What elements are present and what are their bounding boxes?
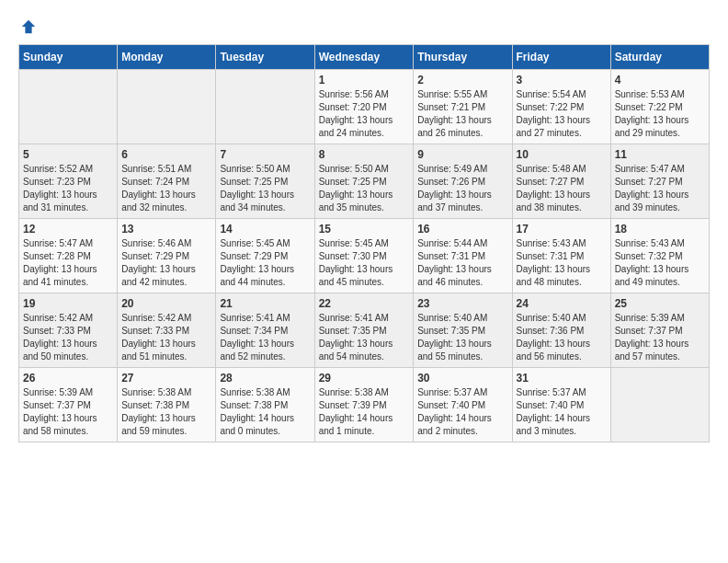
day-info: Sunrise: 5:42 AM Sunset: 7:33 PM Dayligh… (23, 312, 113, 363)
day-info: Sunrise: 5:56 AM Sunset: 7:20 PM Dayligh… (319, 88, 410, 140)
calendar-header-row: SundayMondayTuesdayWednesdayThursdayFrid… (19, 45, 710, 70)
calendar-cell: 10Sunrise: 5:48 AM Sunset: 7:27 PM Dayli… (512, 144, 610, 219)
day-number: 4 (615, 74, 705, 86)
day-info: Sunrise: 5:52 AM Sunset: 7:23 PM Dayligh… (23, 163, 113, 214)
day-number: 7 (220, 148, 310, 161)
calendar-header-friday: Friday (512, 45, 610, 70)
calendar-cell: 31Sunrise: 5:37 AM Sunset: 7:40 PM Dayli… (512, 368, 610, 442)
day-info: Sunrise: 5:40 AM Sunset: 7:35 PM Dayligh… (417, 312, 507, 363)
day-info: Sunrise: 5:44 AM Sunset: 7:31 PM Dayligh… (417, 237, 507, 289)
day-info: Sunrise: 5:42 AM Sunset: 7:33 PM Dayligh… (121, 312, 211, 363)
day-number: 22 (319, 297, 410, 310)
calendar-week-3: 19Sunrise: 5:42 AM Sunset: 7:33 PM Dayli… (19, 293, 710, 368)
calendar-cell (118, 70, 216, 144)
day-info: Sunrise: 5:37 AM Sunset: 7:40 PM Dayligh… (417, 386, 507, 438)
day-number: 31 (517, 372, 607, 385)
day-number: 9 (417, 148, 507, 161)
day-info: Sunrise: 5:37 AM Sunset: 7:40 PM Dayligh… (517, 386, 607, 438)
day-number: 12 (23, 223, 113, 236)
day-info: Sunrise: 5:55 AM Sunset: 7:21 PM Dayligh… (417, 88, 507, 140)
day-number: 2 (417, 74, 507, 86)
day-info: Sunrise: 5:53 AM Sunset: 7:22 PM Dayligh… (615, 88, 705, 140)
day-info: Sunrise: 5:39 AM Sunset: 7:37 PM Dayligh… (615, 312, 705, 363)
calendar-header-wednesday: Wednesday (314, 45, 414, 70)
day-number: 11 (615, 148, 705, 161)
day-info: Sunrise: 5:49 AM Sunset: 7:26 PM Dayligh… (417, 163, 507, 214)
day-info: Sunrise: 5:45 AM Sunset: 7:30 PM Dayligh… (319, 237, 410, 289)
day-number: 1 (319, 74, 410, 86)
calendar-cell: 24Sunrise: 5:40 AM Sunset: 7:36 PM Dayli… (512, 293, 610, 368)
calendar-cell: 19Sunrise: 5:42 AM Sunset: 7:33 PM Dayli… (19, 293, 118, 368)
calendar-cell: 29Sunrise: 5:38 AM Sunset: 7:39 PM Dayli… (314, 368, 414, 442)
day-number: 13 (121, 223, 211, 236)
calendar-week-2: 12Sunrise: 5:47 AM Sunset: 7:28 PM Dayli… (19, 219, 710, 293)
calendar-cell: 15Sunrise: 5:45 AM Sunset: 7:30 PM Dayli… (314, 219, 414, 293)
day-info: Sunrise: 5:38 AM Sunset: 7:38 PM Dayligh… (220, 386, 310, 438)
calendar-cell: 5Sunrise: 5:52 AM Sunset: 7:23 PM Daylig… (19, 144, 118, 219)
day-info: Sunrise: 5:47 AM Sunset: 7:27 PM Dayligh… (615, 163, 705, 214)
day-info: Sunrise: 5:47 AM Sunset: 7:28 PM Dayligh… (23, 237, 113, 289)
day-info: Sunrise: 5:45 AM Sunset: 7:29 PM Dayligh… (220, 237, 310, 289)
day-number: 6 (121, 148, 211, 161)
calendar-cell: 8Sunrise: 5:50 AM Sunset: 7:25 PM Daylig… (314, 144, 414, 219)
day-number: 19 (23, 297, 113, 310)
calendar-cell: 7Sunrise: 5:50 AM Sunset: 7:25 PM Daylig… (216, 144, 314, 219)
day-number: 16 (417, 223, 507, 236)
calendar-cell: 4Sunrise: 5:53 AM Sunset: 7:22 PM Daylig… (610, 70, 709, 144)
day-number: 14 (220, 223, 310, 236)
day-number: 23 (417, 297, 507, 310)
calendar-cell: 1Sunrise: 5:56 AM Sunset: 7:20 PM Daylig… (314, 70, 414, 144)
calendar-cell: 17Sunrise: 5:43 AM Sunset: 7:31 PM Dayli… (512, 219, 610, 293)
calendar-header-sunday: Sunday (19, 45, 118, 70)
calendar-table: SundayMondayTuesdayWednesdayThursdayFrid… (18, 44, 710, 442)
page-header (18, 18, 710, 35)
calendar-week-4: 26Sunrise: 5:39 AM Sunset: 7:37 PM Dayli… (19, 368, 710, 442)
calendar-cell: 12Sunrise: 5:47 AM Sunset: 7:28 PM Dayli… (19, 219, 118, 293)
day-number: 20 (121, 297, 211, 310)
calendar-cell: 22Sunrise: 5:41 AM Sunset: 7:35 PM Dayli… (314, 293, 414, 368)
calendar-cell: 23Sunrise: 5:40 AM Sunset: 7:35 PM Dayli… (414, 293, 512, 368)
calendar-cell: 13Sunrise: 5:46 AM Sunset: 7:29 PM Dayli… (118, 219, 216, 293)
calendar-cell: 18Sunrise: 5:43 AM Sunset: 7:32 PM Dayli… (610, 219, 709, 293)
calendar-cell: 2Sunrise: 5:55 AM Sunset: 7:21 PM Daylig… (414, 70, 512, 144)
logo-icon (20, 18, 37, 35)
day-number: 21 (220, 297, 310, 310)
day-info: Sunrise: 5:38 AM Sunset: 7:38 PM Dayligh… (121, 386, 211, 438)
calendar-cell: 21Sunrise: 5:41 AM Sunset: 7:34 PM Dayli… (216, 293, 314, 368)
calendar-cell: 14Sunrise: 5:45 AM Sunset: 7:29 PM Dayli… (216, 219, 314, 293)
calendar-cell: 28Sunrise: 5:38 AM Sunset: 7:38 PM Dayli… (216, 368, 314, 442)
day-number: 30 (417, 372, 507, 385)
day-number: 28 (220, 372, 310, 385)
day-number: 15 (319, 223, 410, 236)
day-number: 5 (23, 148, 113, 161)
day-info: Sunrise: 5:41 AM Sunset: 7:34 PM Dayligh… (220, 312, 310, 363)
day-info: Sunrise: 5:48 AM Sunset: 7:27 PM Dayligh… (517, 163, 607, 214)
day-info: Sunrise: 5:51 AM Sunset: 7:24 PM Dayligh… (121, 163, 211, 214)
day-info: Sunrise: 5:43 AM Sunset: 7:31 PM Dayligh… (517, 237, 607, 289)
day-info: Sunrise: 5:50 AM Sunset: 7:25 PM Dayligh… (220, 163, 310, 214)
calendar-week-1: 5Sunrise: 5:52 AM Sunset: 7:23 PM Daylig… (19, 144, 710, 219)
day-number: 24 (517, 297, 607, 310)
calendar-cell (19, 70, 118, 144)
calendar-cell: 30Sunrise: 5:37 AM Sunset: 7:40 PM Dayli… (414, 368, 512, 442)
day-info: Sunrise: 5:43 AM Sunset: 7:32 PM Dayligh… (615, 237, 705, 289)
svg-marker-0 (22, 20, 35, 33)
day-number: 17 (517, 223, 607, 236)
calendar-cell: 3Sunrise: 5:54 AM Sunset: 7:22 PM Daylig… (512, 70, 610, 144)
day-info: Sunrise: 5:50 AM Sunset: 7:25 PM Dayligh… (319, 163, 410, 214)
calendar-cell: 9Sunrise: 5:49 AM Sunset: 7:26 PM Daylig… (414, 144, 512, 219)
calendar-cell: 25Sunrise: 5:39 AM Sunset: 7:37 PM Dayli… (610, 293, 709, 368)
day-number: 26 (23, 372, 113, 385)
calendar-header-saturday: Saturday (610, 45, 709, 70)
day-number: 18 (615, 223, 705, 236)
calendar-cell (216, 70, 314, 144)
day-info: Sunrise: 5:46 AM Sunset: 7:29 PM Dayligh… (121, 237, 211, 289)
calendar-week-0: 1Sunrise: 5:56 AM Sunset: 7:20 PM Daylig… (19, 70, 710, 144)
day-info: Sunrise: 5:40 AM Sunset: 7:36 PM Dayligh… (517, 312, 607, 363)
day-info: Sunrise: 5:41 AM Sunset: 7:35 PM Dayligh… (319, 312, 410, 363)
logo (18, 18, 37, 35)
calendar-header-thursday: Thursday (414, 45, 512, 70)
day-number: 8 (319, 148, 410, 161)
calendar-cell (610, 368, 709, 442)
day-info: Sunrise: 5:54 AM Sunset: 7:22 PM Dayligh… (517, 88, 607, 140)
